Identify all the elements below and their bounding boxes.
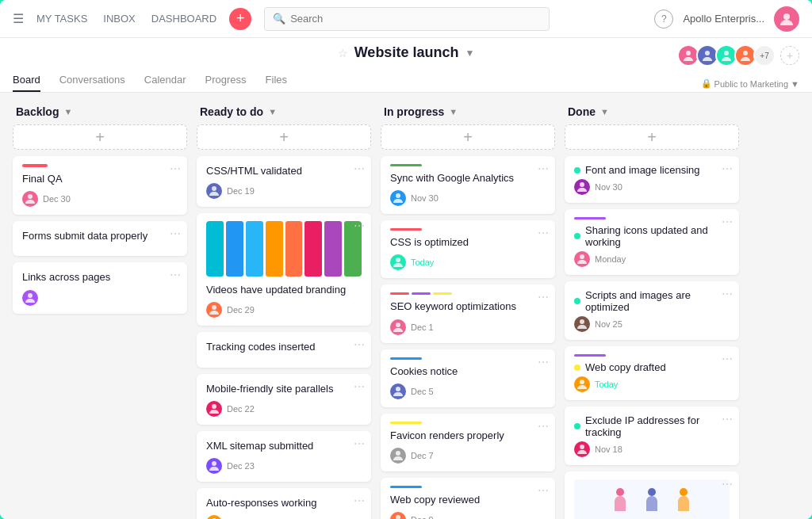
star-icon[interactable]: ☆	[338, 47, 348, 59]
add-card-backlog-button[interactable]: +	[13, 124, 187, 150]
card-cookies[interactable]: Cookies notice Dec 5 ⋯	[381, 349, 555, 407]
add-button[interactable]: +	[229, 8, 251, 30]
card-thumb	[574, 479, 730, 519]
project-chevron-icon[interactable]: ▼	[465, 48, 474, 59]
card-tags-row	[390, 292, 546, 295]
member-count: +7	[753, 44, 776, 67]
help-icon[interactable]: ?	[654, 10, 673, 29]
svg-point-25	[680, 488, 688, 496]
card-more-icon[interactable]: ⋯	[354, 219, 365, 232]
card-css-optimized[interactable]: CSS is optimized Today ⋯	[381, 220, 555, 278]
svg-point-8	[212, 305, 216, 310]
card-css-html[interactable]: CSS/HTML validated Dec 19 ⋯	[197, 156, 371, 207]
column-backlog: Backlog ▼ + Final QA Dec 30 ⋯ Forms subm…	[13, 105, 187, 506]
card-more-icon[interactable]: ⋯	[354, 494, 365, 507]
card-font-licensing[interactable]: Font and image licensing Nov 30 ⋯	[565, 156, 739, 203]
card-title: Cookies notice	[390, 364, 546, 379]
card-title-inline: Web copy drafted	[585, 361, 666, 373]
in-progress-chevron-icon[interactable]: ▼	[449, 107, 458, 116]
card-more-icon[interactable]: ⋯	[722, 288, 733, 300]
card-more-icon[interactable]: ⋯	[722, 216, 733, 228]
card-videos[interactable]: Videos have updated branding Dec 29 ⋯	[197, 213, 371, 326]
card-more-icon[interactable]: ⋯	[354, 380, 365, 393]
card-more-icon[interactable]: ⋯	[170, 269, 181, 281]
card-more-icon[interactable]: ⋯	[538, 291, 549, 303]
svg-point-6	[28, 293, 33, 298]
tab-calendar[interactable]: Calendar	[144, 69, 186, 92]
tab-conversations[interactable]: Conversations	[59, 69, 125, 92]
card-seo[interactable]: SEO keyword optimizations Dec 1 ⋯	[381, 284, 555, 342]
card-more-icon[interactable]: ⋯	[354, 162, 365, 175]
card-last-done[interactable]: ⋯	[565, 471, 739, 519]
card-more-icon[interactable]: ⋯	[722, 353, 733, 365]
card-mobile[interactable]: Mobile-friendly site parallels Dec 22 ⋯	[197, 374, 371, 425]
hamburger-icon[interactable]: ☰	[13, 11, 24, 26]
ready-chevron-icon[interactable]: ▼	[268, 107, 277, 116]
svg-point-0	[783, 13, 790, 20]
card-more-icon[interactable]: ⋯	[538, 162, 549, 175]
status-dot	[574, 233, 580, 239]
card-more-icon[interactable]: ⋯	[722, 478, 733, 490]
card-web-copy-reviewed[interactable]: Web copy reviewed Dec 9 ⋯	[381, 478, 555, 519]
card-header-row: Sharing icons updated and working	[574, 224, 730, 248]
card-auto-responses[interactable]: Auto-responses working Dec 28 ⋯	[197, 488, 371, 519]
card-more-icon[interactable]: ⋯	[538, 420, 549, 433]
card-meta: Dec 5	[390, 384, 546, 399]
tab-files[interactable]: Files	[266, 69, 287, 92]
user-name: Apollo Enterpris...	[683, 13, 764, 25]
card-more-icon[interactable]: ⋯	[722, 413, 733, 426]
card-exclude-ip[interactable]: Exclude IP addresses for tracking Nov 18…	[565, 406, 739, 465]
card-meta: Dec 29	[206, 302, 362, 318]
card-header-row: Exclude IP addresses for tracking	[574, 414, 730, 438]
card-more-icon[interactable]: ⋯	[170, 227, 181, 240]
card-title: Auto-responses working	[206, 496, 362, 510]
add-card-in-progress-button[interactable]: +	[381, 124, 555, 150]
tab-progress[interactable]: Progress	[205, 69, 247, 92]
card-more-icon[interactable]: ⋯	[538, 227, 549, 239]
search-input[interactable]	[290, 13, 541, 25]
my-tasks-link[interactable]: MY TASKS	[36, 13, 87, 25]
card-xml[interactable]: XML sitemap submitted Dec 23 ⋯	[197, 431, 371, 482]
backlog-chevron-icon[interactable]: ▼	[63, 107, 72, 116]
card-final-qa[interactable]: Final QA Dec 30 ⋯	[13, 156, 187, 215]
tab-board[interactable]: Board	[13, 69, 40, 92]
dashboard-link[interactable]: DASHBOARD	[151, 13, 216, 25]
card-date: Monday	[595, 254, 626, 264]
card-title-inline: Font and image licensing	[585, 164, 700, 176]
card-date: Dec 29	[227, 305, 255, 315]
add-card-ready-button[interactable]: +	[197, 124, 371, 150]
card-title: Final QA	[22, 172, 178, 186]
done-chevron-icon[interactable]: ▼	[600, 107, 609, 116]
card-links[interactable]: Links across pages ⋯	[13, 262, 187, 313]
visibility-badge: 🔒 Public to Marketing ▼	[701, 78, 799, 92]
card-tag-yellow	[433, 292, 452, 295]
card-favicon[interactable]: Favicon renders properly Dec 7 ⋯	[381, 414, 555, 471]
add-card-done-button[interactable]: +	[565, 124, 739, 150]
svg-point-5	[28, 194, 33, 199]
inbox-link[interactable]: INBOX	[103, 13, 135, 25]
card-date: Nov 30	[411, 193, 439, 203]
card-more-icon[interactable]: ⋯	[722, 162, 733, 175]
card-avatar	[574, 316, 590, 332]
column-done: Done ▼ + Font and image licensing Nov 30…	[565, 105, 739, 506]
card-scripts-images[interactable]: Scripts and images are optimized Nov 25 …	[565, 281, 739, 340]
card-more-icon[interactable]: ⋯	[354, 437, 365, 450]
card-progress-bar	[390, 228, 422, 231]
user-avatar[interactable]	[774, 6, 799, 32]
card-avatar	[390, 384, 406, 399]
card-sync-analytics[interactable]: Sync with Google Analytics Nov 30 ⋯	[381, 156, 555, 214]
card-forms[interactable]: Forms submit data properly ⋯	[13, 221, 187, 256]
card-more-icon[interactable]: ⋯	[538, 484, 549, 497]
card-title: Web copy reviewed	[390, 493, 546, 507]
card-progress-bar	[574, 354, 606, 357]
svg-point-22	[580, 445, 584, 449]
card-more-icon[interactable]: ⋯	[538, 356, 549, 368]
card-web-copy-drafted[interactable]: Web copy drafted Today ⋯	[565, 346, 739, 400]
add-member-button[interactable]: +	[780, 46, 799, 65]
card-sharing-icons[interactable]: Sharing icons updated and working Monday…	[565, 209, 739, 275]
card-tracking[interactable]: Tracking codes inserted ⋯	[197, 332, 371, 367]
card-meta: Dec 19	[206, 183, 362, 199]
card-more-icon[interactable]: ⋯	[170, 162, 181, 175]
card-header-row: Web copy drafted	[574, 361, 730, 373]
card-more-icon[interactable]: ⋯	[354, 338, 365, 351]
